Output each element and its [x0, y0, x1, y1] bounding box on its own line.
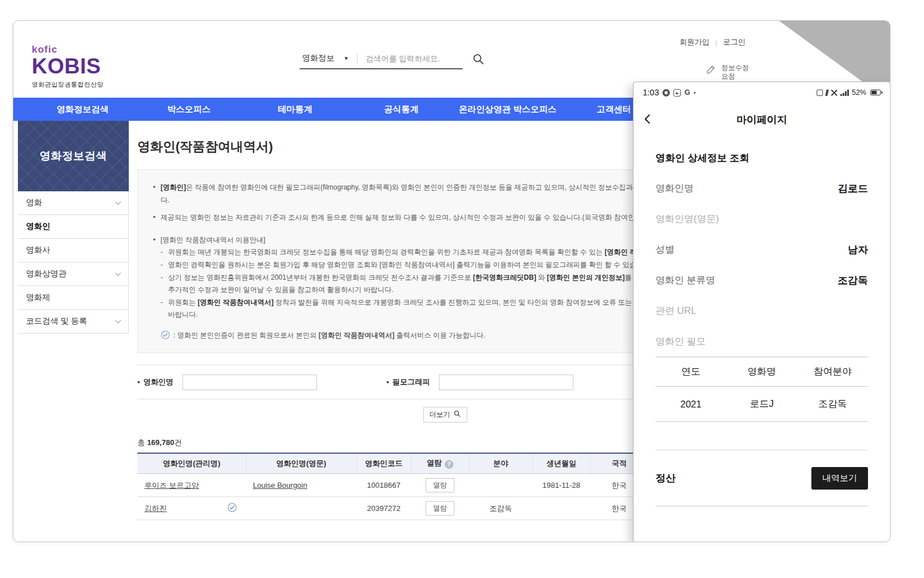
divider [655, 421, 868, 422]
field-row-name: 영화인명 김로드 [655, 173, 868, 203]
kobis-wordmark: KOBIS [32, 55, 103, 78]
more-search-button[interactable]: 더보기 [423, 407, 467, 423]
sidebar-item-theater[interactable]: 영화상영관 [18, 262, 128, 286]
verified-check-icon [161, 331, 173, 339]
sidebar-item-movie[interactable]: 영화 [18, 191, 128, 215]
field-cell: 조감독 [469, 497, 532, 520]
header-search: 영화정보 ▼ [300, 53, 485, 69]
filmography-table-row: 2021 로드J 조감독 [655, 387, 868, 421]
birth-cell [532, 497, 590, 520]
search-category-select[interactable]: 영화정보 ▼ [300, 53, 357, 64]
notification-photo-icon [673, 89, 681, 97]
side-nav: 영화정보검색 영화 영화인 영화사 영화상영관 영화제 [18, 121, 129, 334]
verified-check-icon [227, 502, 237, 514]
filmmaker-eng-name-link[interactable]: Louise Bourgoin [253, 481, 307, 490]
settlement-label: 정산 [655, 471, 676, 485]
field-row-url: 관련 URL [655, 295, 868, 326]
filmography-table-header: 연도 영화명 참여분야 [655, 357, 868, 386]
status-battery-percent: 52% [852, 88, 866, 97]
name-search-label: • 영화인명 [137, 377, 173, 387]
filmmaker-name-input[interactable] [182, 375, 317, 390]
status-battery-icon [870, 90, 881, 95]
view-button[interactable]: 열람 [426, 501, 454, 516]
col-view: 열람? [411, 453, 469, 474]
search-divider [357, 54, 357, 63]
filmmaker-name-link[interactable]: 루이즈 보르고앙 [144, 481, 199, 490]
nav-item-theme-stats[interactable]: 테마통계 [242, 104, 348, 115]
logo-subtitle: 영화관입장권통합전산망 [32, 80, 103, 89]
side-nav-title: 영화정보검색 [18, 121, 129, 191]
phone-app-header: 마이페이지 [634, 103, 890, 136]
kobis-logo[interactable]: kofic KOBIS 영화관입장권통합전산망 [32, 44, 103, 89]
detail-fields: 영화인명 김로드 영화인명(영문) 성별 남자 영화인 분류명 조감독 [655, 173, 868, 357]
help-question-icon[interactable]: ? [445, 460, 453, 469]
search-button[interactable] [472, 53, 485, 69]
phone-status-bar: 1:03 G • 52% [634, 82, 890, 103]
search-input[interactable] [364, 54, 463, 64]
field-row-filmography: 영화인 필모 [655, 326, 868, 357]
nav-item-online-box-office[interactable]: 온라인상영관 박스오피스 [454, 104, 561, 115]
search-icon [472, 58, 485, 67]
pencil-icon [705, 64, 717, 77]
birth-cell: 1981-11-28 [532, 474, 590, 497]
detail-section-title: 영화인 상세정보 조회 [655, 151, 868, 165]
filmmaker-code: 20397272 [356, 497, 411, 520]
screenshot-root: 회원가입 | 로그인 kofic KOBIS 영화관입장권통합전산망 영화정보 … [0, 0, 924, 578]
sidebar-item-festival[interactable]: 영화제 [18, 286, 128, 310]
search-category-value: 영화정보 [302, 53, 334, 64]
settlement-row: 정산 내역보기 [655, 450, 868, 506]
status-mute-icon [831, 90, 837, 96]
utility-bar: 회원가입 | 로그인 [680, 37, 746, 47]
chevron-down-icon [116, 199, 121, 205]
topbar-divider: | [716, 38, 717, 47]
signup-link[interactable]: 회원가입 [680, 37, 710, 47]
col-birth: 생년월일 [532, 453, 590, 474]
browser-window: 회원가입 | 로그인 kofic KOBIS 영화관입장권통합전산망 영화정보 … [13, 20, 891, 542]
name-search-group: • 영화인명 [137, 375, 317, 390]
notification-google-icon: G [684, 88, 690, 97]
field-row-gender: 성별 남자 [655, 234, 868, 265]
field-cell [469, 474, 532, 497]
settlement-history-button[interactable]: 내역보기 [811, 467, 868, 490]
back-button[interactable] [640, 112, 655, 128]
phone-page-title: 마이페이지 [736, 113, 787, 127]
notification-chat-icon [662, 89, 670, 97]
search-box: 영화정보 ▼ [300, 53, 463, 69]
filmmaker-eng-name [246, 497, 356, 520]
chevron-down-icon: ▼ [344, 55, 349, 61]
side-nav-list: 영화 영화인 영화사 영화상영관 영화제 코드검색 및 등록 [18, 191, 129, 334]
nav-item-box-office[interactable]: 박스오피스 [136, 104, 242, 115]
nav-item-official-stats[interactable]: 공식통계 [348, 104, 454, 115]
table-row: 루이즈 보르고앙 Louise Bourgoin 10018667 열람 198… [137, 474, 648, 497]
status-cast-icon [817, 90, 823, 96]
notification-more-dot: • [694, 89, 696, 96]
phone-body: 영화인 상세정보 조회 영화인명 김로드 영화인명(영문) 성별 남자 [634, 151, 890, 506]
status-bluetooth-icon [825, 90, 829, 96]
filmography-search-group: • 필모그래피 [386, 375, 573, 390]
results-table: 영화인명(관리명) 영화인명(영문) 영화인코드 열람? 분야 생년월일 국적 … [137, 453, 648, 521]
kofic-wordmark: kofic [32, 44, 103, 55]
filmography-search-label: • 필모그래피 [386, 377, 430, 387]
table-header-row: 영화인명(관리명) 영화인명(영문) 영화인코드 열람? 분야 생년월일 국적 [137, 453, 648, 474]
sidebar-item-company[interactable]: 영화사 [18, 239, 128, 262]
filmmaker-code: 10018667 [356, 474, 411, 497]
status-time: 1:03 [643, 88, 659, 97]
view-button[interactable]: 열람 [426, 478, 454, 492]
status-signal-icon [840, 90, 849, 96]
chevron-down-icon [116, 317, 121, 323]
field-row-eng-name: 영화인명(영문) [655, 203, 868, 234]
search-icon [453, 410, 461, 419]
nav-item-movie-info[interactable]: 영화정보검색 [29, 104, 136, 115]
login-link[interactable]: 로그인 [723, 37, 746, 47]
table-row: 김하진 20397272 열람 [137, 497, 648, 520]
info-edit-request-button[interactable]: 정보수정 요청 [705, 64, 749, 81]
sidebar-item-filmmaker[interactable]: 영화인 [18, 215, 128, 239]
col-name: 영화인명(관리명) [137, 453, 246, 474]
mobile-phone-overlay: 1:03 G • 52% [633, 81, 891, 542]
field-row-category: 영화인 분류명 조감독 [655, 265, 868, 295]
filmography-input[interactable] [439, 375, 573, 390]
chevron-down-icon [116, 270, 121, 276]
filmmaker-name-link[interactable]: 김하진 [144, 503, 167, 514]
col-code: 영화인코드 [356, 453, 411, 474]
sidebar-item-code-search[interactable]: 코드검색 및 등록 [18, 310, 128, 334]
